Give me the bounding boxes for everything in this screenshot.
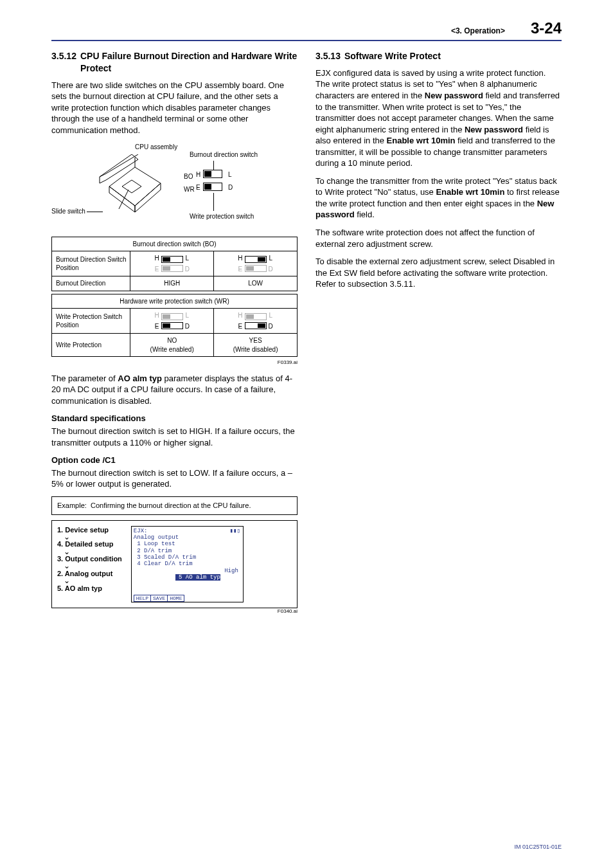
right-p2: To change the transmitter from the write… [315,176,562,221]
cpu-board-icon [96,154,167,225]
chevron-down-icon: ⌄ [57,548,122,556]
right-p3: The software write protection does not a… [315,227,562,249]
chevron-down-icon: ⌄ [57,534,122,541]
figure-note-1: F0339.ai [51,359,298,366]
hart-lcd-screen: ▮▮▯ EJX: Analog output 1 Loop test 2 D/A… [131,526,244,603]
header-section: <3. Operation> [451,26,505,35]
page-header: <3. Operation> 3-24 [51,19,562,41]
wr-label: WR [184,185,195,194]
chevron-down-icon: ⌄ [57,577,122,584]
cpu-assembly-diagram: CPU assembly Burnout direction switch Wr… [51,143,298,233]
option-c1-text: The burnout direction switch is set to L… [51,467,298,490]
standard-spec-text: The burnout direction switch is set to H… [51,426,298,448]
battery-icon: ▮▮▯ [230,528,240,534]
header-page-number: 3-24 [531,19,562,37]
bo-label: BO [184,172,193,181]
ao-alm-typ-paragraph: The parameter of AO alm typ parameter di… [51,373,298,407]
wr-switch-icon [203,183,222,191]
bo-switch-icon [203,170,222,178]
option-c1-heading: Option code /C1 [51,455,298,466]
cpu-assembly-label: CPU assembly [135,143,177,152]
footer-doc-id: IM 01C25T01-01E [514,844,562,850]
figure-note-2: F0340.ai [51,608,298,615]
lcd-save-button: SAVE [150,595,167,602]
burnout-switch-label: Burnout direction switch [190,150,258,159]
right-column: 3.5.13 Software Write Protect EJX config… [315,50,562,622]
right-p1: EJX configured data is saved by using a … [315,68,562,169]
section-3-5-12-heading: 3.5.12 CPU Failure Burnout Direction and… [51,50,298,75]
write-switch-label: Write protection switch [190,212,254,221]
chevron-down-icon: ⌄ [57,563,122,570]
left-column: 3.5.12 CPU Failure Burnout Direction and… [51,50,298,622]
write-protection-table: Hardware write protection switch (WR) Wr… [51,294,298,357]
lcd-home-button: HOME [167,595,184,602]
intro-paragraph: There are two slide switches on the CPU … [51,80,298,136]
svg-marker-2 [135,183,161,212]
standard-spec-heading: Standard specifications [51,413,298,424]
example-frame: Example: Confirming the burnout directio… [51,496,298,515]
right-p4: To disable the external zero adjustment … [315,256,562,290]
lcd-help-button: HELP [134,595,150,602]
slide-switch-label: Slide switch [51,207,85,216]
svg-marker-4 [122,180,141,193]
menu-path-frame: 1. Device setup ⌄ 4. Detailed setup ⌄ 3.… [51,520,298,609]
section-3-5-13-heading: 3.5.13 Software Write Protect [315,50,562,62]
burnout-direction-table: Burnout direction switch (BO) Burnout Di… [51,237,298,291]
svg-marker-1 [109,186,135,212]
path-step-5: 5. AO alm typ [57,584,122,592]
